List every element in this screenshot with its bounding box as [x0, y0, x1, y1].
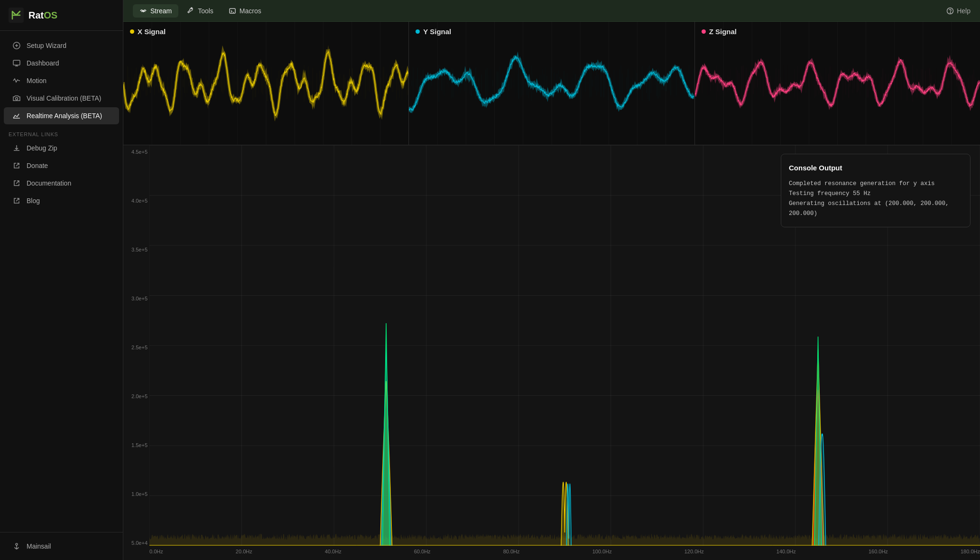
blog-external-icon: [12, 196, 21, 205]
logo-area: RatOS: [0, 0, 123, 31]
y-signal-label: Y Signal: [416, 28, 451, 36]
external-links-label: External Links: [0, 125, 123, 139]
x-signal-label: X Signal: [130, 28, 166, 36]
macros-button[interactable]: Macros: [222, 4, 268, 18]
signals-row: X Signal Y Signal Z Signal: [123, 22, 980, 145]
sidebar-item-setup-wizard[interactable]: Setup Wizard: [4, 37, 119, 54]
wrench-icon: [187, 7, 194, 15]
main-content: Stream Tools Macros Help: [123, 0, 980, 560]
sidebar-item-dashboard[interactable]: Dashboard: [4, 55, 119, 72]
svg-rect-2: [13, 60, 20, 65]
sidebar-item-visual-calibration[interactable]: Visual Calibration (BETA): [4, 90, 119, 107]
doc-external-icon: [12, 179, 21, 187]
sidebar-item-motion[interactable]: Motion: [4, 72, 119, 89]
x-signal-dot: [130, 29, 134, 34]
anchor-icon: [12, 542, 21, 551]
x-axis: 0.0Hz 20.0Hz 40.0Hz 60.0Hz 80.0Hz 100.0H…: [149, 546, 980, 560]
console-line-1: Completed resonance generation for y axi…: [789, 179, 962, 189]
sidebar-item-blog[interactable]: Blog: [4, 192, 119, 209]
chart-icon: [12, 112, 21, 120]
svg-point-4: [16, 543, 18, 545]
x-signal-canvas: [123, 22, 409, 145]
svg-point-7: [950, 12, 951, 13]
terminal-icon: [229, 7, 236, 15]
console-title: Console Output: [789, 162, 962, 174]
sidebar-item-realtime-analysis[interactable]: Realtime Analysis (BETA): [4, 107, 119, 124]
external-link-icon: [12, 161, 21, 170]
help-icon: [946, 7, 954, 15]
y-signal-panel: Y Signal: [409, 22, 694, 145]
sidebar-item-donate[interactable]: Donate: [4, 157, 119, 174]
camera-icon: [12, 94, 21, 103]
sidebar-item-mainsail[interactable]: Mainsail: [4, 538, 119, 555]
y-signal-canvas: [409, 22, 694, 145]
monitor-icon: [12, 59, 21, 67]
topnav-left: Stream Tools Macros: [133, 4, 268, 18]
z-signal-panel: Z Signal: [695, 22, 980, 145]
z-signal-canvas: [695, 22, 980, 145]
download-icon: [12, 144, 21, 152]
y-signal-dot: [416, 29, 420, 34]
logo-icon: [9, 8, 24, 23]
y-axis: 4.5e+5 4.0e+5 3.5e+5 3.0e+5 2.5e+5 2.0e+…: [123, 145, 149, 546]
sidebar-item-documentation[interactable]: Documentation: [4, 175, 119, 192]
app-logo-text: RatOS: [28, 10, 57, 21]
sidebar: RatOS Setup Wizard Dashboard Motion Visu…: [0, 0, 123, 560]
svg-rect-5: [230, 9, 235, 13]
wand-icon: [12, 41, 21, 50]
svg-point-3: [16, 98, 18, 100]
z-signal-label: Z Signal: [702, 28, 737, 36]
tools-button[interactable]: Tools: [180, 4, 220, 18]
sidebar-bottom: Mainsail: [0, 532, 123, 560]
nav-items: Setup Wizard Dashboard Motion Visual Cal…: [0, 31, 123, 532]
stream-button[interactable]: Stream: [133, 4, 178, 18]
top-nav: Stream Tools Macros Help: [123, 0, 980, 22]
signal-icon: [139, 7, 147, 15]
z-signal-dot: [702, 29, 706, 34]
console-line-2: Testing frequency 55 Hz: [789, 189, 962, 199]
x-signal-panel: X Signal: [123, 22, 409, 145]
console-line-3: Generating oscillations at (200.000, 200…: [789, 199, 962, 219]
help-button[interactable]: Help: [946, 7, 971, 15]
activity-icon: [12, 76, 21, 85]
sidebar-item-debug-zip[interactable]: Debug Zip: [4, 140, 119, 157]
console-output: Console Output Completed resonance gener…: [781, 154, 971, 227]
spectrum-area: 4.5e+5 4.0e+5 3.5e+5 3.0e+5 2.5e+5 2.0e+…: [123, 145, 980, 560]
